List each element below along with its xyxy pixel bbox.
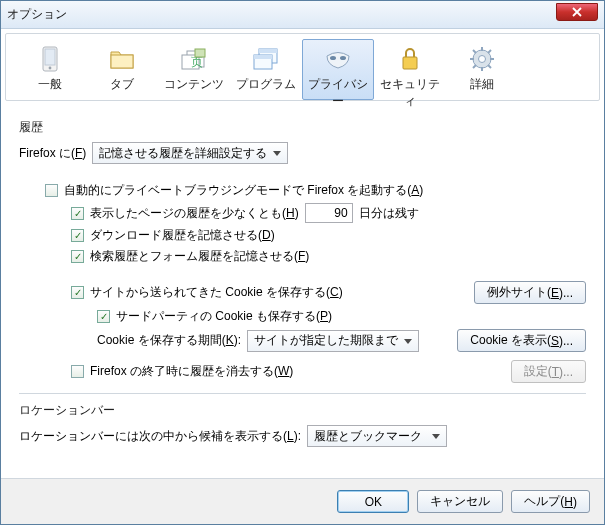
- mask-icon: [303, 44, 373, 74]
- tab-general[interactable]: 一般: [14, 39, 86, 100]
- remember-download-label: ダウンロード履歴を記憶させる(D): [90, 227, 275, 244]
- history-days-input[interactable]: [305, 203, 353, 223]
- remember-history-row: ✓ 表示したページの履歴を少なくとも(H) 日分は残す: [71, 203, 586, 223]
- content-area: 履歴 Firefox に(F) 記憶させる履歴を詳細設定する ✓ 自動的にプライ…: [1, 105, 604, 477]
- svg-rect-10: [259, 49, 277, 53]
- tab-advanced[interactable]: 詳細: [446, 39, 518, 100]
- private-browsing-checkbox[interactable]: ✓: [45, 184, 58, 197]
- svg-point-17: [479, 56, 486, 63]
- private-browsing-row: ✓ 自動的にプライベートブラウジングモードで Firefox を起動する(A): [45, 182, 586, 199]
- cancel-button[interactable]: キャンセル: [417, 490, 503, 513]
- svg-line-22: [473, 50, 476, 53]
- window-title: オプション: [7, 6, 556, 23]
- remember-history-suffix: 日分は残す: [359, 205, 419, 222]
- svg-point-13: [330, 56, 336, 60]
- dialog-button-bar: OK キャンセル ヘルプ(H): [1, 478, 604, 524]
- svg-rect-8: [195, 49, 205, 57]
- firefox-will-label: Firefox に(F): [19, 145, 86, 162]
- show-cookies-button[interactable]: Cookie を表示(S)...: [457, 329, 586, 352]
- accept-cookies-row: ✓ サイトから送られてきた Cookie を保存する(C) 例外サイト(E)..…: [71, 281, 586, 304]
- gear-icon: [447, 44, 517, 74]
- category-bar: 一般 タブ 页 コンテンツ プログラム プライバシー: [5, 33, 600, 101]
- svg-line-23: [488, 65, 491, 68]
- general-icon: [15, 44, 85, 74]
- help-button[interactable]: ヘルプ(H): [511, 490, 590, 513]
- separator: [19, 393, 586, 394]
- remember-history-label: 表示したページの履歴を少なくとも(H): [90, 205, 299, 222]
- third-party-checkbox[interactable]: ✓: [97, 310, 110, 323]
- clear-settings-button: 設定(T)...: [511, 360, 586, 383]
- locationbar-suggest-select[interactable]: 履歴とブックマーク: [307, 425, 447, 447]
- ok-button[interactable]: OK: [337, 490, 409, 513]
- svg-line-24: [488, 50, 491, 53]
- remember-search-row: ✓ 検索履歴とフォーム履歴を記憶させる(F): [71, 248, 586, 265]
- locationbar-group-label: ロケーションバー: [19, 402, 586, 419]
- third-party-label: サードパーティの Cookie も保存する(P): [116, 308, 332, 325]
- keep-until-label: Cookie を保存する期間(K):: [97, 332, 241, 349]
- remember-search-checkbox[interactable]: ✓: [71, 250, 84, 263]
- remember-download-checkbox[interactable]: ✓: [71, 229, 84, 242]
- keep-until-select[interactable]: サイトが指定した期限まで: [247, 330, 419, 352]
- options-window: オプション 一般 タブ 页 コンテンツ プログラム: [0, 0, 605, 525]
- remember-search-label: 検索履歴とフォーム履歴を記憶させる(F): [90, 248, 309, 265]
- titlebar: オプション: [1, 1, 604, 29]
- svg-rect-1: [45, 49, 55, 65]
- svg-point-2: [49, 67, 52, 70]
- remember-history-checkbox[interactable]: ✓: [71, 207, 84, 220]
- windows-icon: [231, 44, 301, 74]
- folder-icon: [87, 44, 157, 74]
- remember-download-row: ✓ ダウンロード履歴を記憶させる(D): [71, 227, 586, 244]
- svg-point-14: [340, 56, 346, 60]
- history-group-label: 履歴: [19, 119, 586, 136]
- close-button[interactable]: [556, 3, 598, 21]
- tab-tabs[interactable]: タブ: [86, 39, 158, 100]
- clear-on-close-row: ✓ Firefox の終了時に履歴を消去する(W) 設定(T)...: [71, 360, 586, 383]
- tab-security[interactable]: セキュリティ: [374, 39, 446, 100]
- svg-rect-4: [111, 55, 133, 68]
- svg-rect-12: [254, 55, 272, 59]
- locationbar-suggest-label: ロケーションバーには次の中から候補を表示する(L):: [19, 428, 301, 445]
- locationbar-suggest-row: ロケーションバーには次の中から候補を表示する(L): 履歴とブックマーク: [19, 425, 586, 447]
- keep-until-row: Cookie を保存する期間(K): サイトが指定した期限まで Cookie を…: [97, 329, 586, 352]
- tab-content[interactable]: 页 コンテンツ: [158, 39, 230, 100]
- history-mode-row: Firefox に(F) 記憶させる履歴を詳細設定する: [19, 142, 586, 164]
- clear-on-close-checkbox[interactable]: ✓: [71, 365, 84, 378]
- third-party-row: ✓ サードパーティの Cookie も保存する(P): [97, 308, 586, 325]
- accept-cookies-checkbox[interactable]: ✓: [71, 286, 84, 299]
- tab-applications[interactable]: プログラム: [230, 39, 302, 100]
- exceptions-button[interactable]: 例外サイト(E)...: [474, 281, 586, 304]
- content-icon: 页: [159, 44, 229, 74]
- close-icon: [572, 7, 582, 17]
- private-browsing-label: 自動的にプライベートブラウジングモードで Firefox を起動する(A): [64, 182, 423, 199]
- clear-on-close-label: Firefox の終了時に履歴を消去する(W): [90, 363, 293, 380]
- accept-cookies-label: サイトから送られてきた Cookie を保存する(C): [90, 284, 343, 301]
- svg-rect-15: [403, 57, 417, 69]
- lock-icon: [375, 44, 445, 74]
- history-mode-select[interactable]: 記憶させる履歴を詳細設定する: [92, 142, 288, 164]
- tab-privacy[interactable]: プライバシー: [302, 39, 374, 100]
- svg-line-25: [473, 65, 476, 68]
